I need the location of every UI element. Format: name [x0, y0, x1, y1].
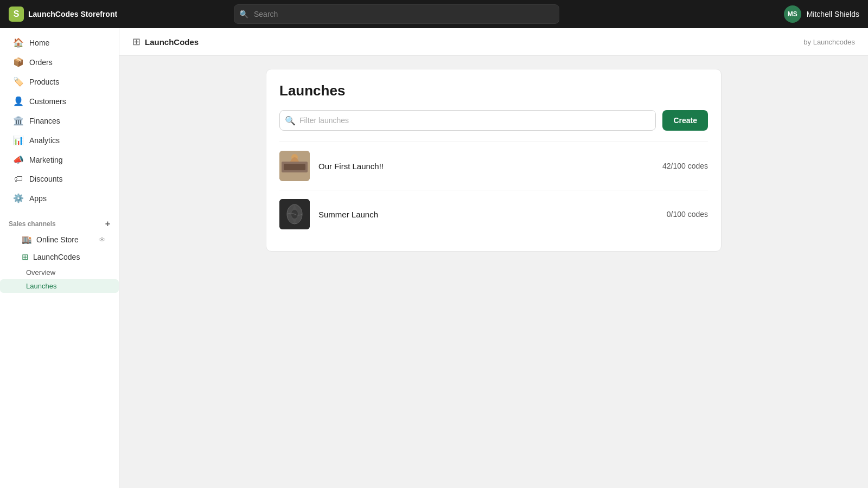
- user-name: Mitchell Shields: [807, 10, 859, 18]
- sidebar-label-discounts: Discounts: [29, 175, 62, 183]
- page-header-left: ⊞ LaunchCodes: [132, 36, 199, 48]
- sidebar-item-home[interactable]: 🏠 Home: [4, 33, 114, 52]
- launch-thumb-first: [279, 151, 310, 181]
- store-name: LaunchCodes Storefront: [28, 10, 117, 18]
- sidebar-label-home: Home: [29, 38, 49, 47]
- sidebar-label-apps: Apps: [29, 194, 47, 203]
- launch-img-svg-first: [279, 151, 310, 181]
- sidebar-item-discounts[interactable]: 🏷 Discounts: [4, 170, 114, 188]
- page-header-icon: ⊞: [132, 36, 141, 48]
- launches-card: Launches 🔍 Create: [266, 69, 722, 252]
- page-header: ⊞ LaunchCodes by Launchcodes: [119, 28, 868, 56]
- online-store-icon: 🏬: [22, 235, 32, 245]
- search-icon: 🔍: [239, 10, 248, 18]
- sidebar-item-products[interactable]: 🏷️ Products: [4, 72, 114, 91]
- sidebar-item-analytics[interactable]: 📊 Analytics: [4, 131, 114, 150]
- orders-icon: 📦: [13, 57, 24, 67]
- finances-icon: 🏛️: [13, 115, 24, 126]
- sidebar-item-finances[interactable]: 🏛️ Finances: [4, 111, 114, 130]
- discounts-icon: 🏷: [13, 174, 24, 184]
- sidebar-label-launchcodes: LaunchCodes: [33, 253, 80, 261]
- launch-codes-first: 42/100 codes: [662, 162, 708, 170]
- brand-logo[interactable]: S LaunchCodes Storefront: [9, 7, 117, 22]
- sidebar-label-analytics: Analytics: [29, 136, 60, 145]
- sidebar-item-online-store[interactable]: 🏬 Online Store 👁: [4, 232, 114, 248]
- filter-row: 🔍 Create: [279, 110, 708, 131]
- launch-name-first: Our First Launch!!: [318, 162, 662, 171]
- home-icon: 🏠: [13, 37, 24, 48]
- topbar: S LaunchCodes Storefront 🔍 MS Mitchell S…: [0, 0, 868, 28]
- layout: 🏠 Home 📦 Orders 🏷️ Products 👤 Customers …: [0, 28, 868, 488]
- filter-launches-input[interactable]: [279, 110, 656, 131]
- launchcodes-grid-icon: ⊞: [22, 252, 29, 262]
- global-search[interactable]: 🔍: [234, 4, 559, 24]
- add-sales-channel-button[interactable]: +: [105, 219, 110, 229]
- sidebar-label-online-store: Online Store: [36, 235, 94, 244]
- shopify-icon: S: [9, 7, 24, 22]
- marketing-icon: 📣: [13, 155, 24, 165]
- sidebar-child-overview[interactable]: Overview: [0, 266, 119, 279]
- eye-icon[interactable]: 👁: [99, 236, 106, 244]
- sidebar-item-customers[interactable]: 👤 Customers: [4, 92, 114, 111]
- sidebar-label-finances: Finances: [29, 117, 60, 125]
- sidebar-item-launchcodes[interactable]: ⊞ LaunchCodes: [4, 249, 114, 265]
- launch-item[interactable]: Summer Launch 0/100 codes: [279, 190, 708, 238]
- customers-icon: 👤: [13, 96, 24, 106]
- sidebar-label-marketing: Marketing: [29, 156, 62, 164]
- apps-icon: ⚙️: [13, 193, 24, 203]
- launches-label: Launches: [26, 282, 56, 290]
- analytics-icon: 📊: [13, 135, 24, 145]
- sidebar-nav: 🏠 Home 📦 Orders 🏷️ Products 👤 Customers …: [0, 28, 119, 213]
- sales-channels-section: Sales channels +: [0, 213, 119, 231]
- sidebar-label-customers: Customers: [29, 97, 66, 106]
- sidebar-item-orders[interactable]: 📦 Orders: [4, 53, 114, 72]
- sidebar-item-marketing[interactable]: 📣 Marketing: [4, 150, 114, 169]
- sidebar-item-apps[interactable]: ⚙️ Apps: [4, 189, 114, 208]
- sidebar: 🏠 Home 📦 Orders 🏷️ Products 👤 Customers …: [0, 28, 119, 488]
- svg-rect-2: [284, 164, 305, 170]
- content-area: Launches 🔍 Create: [119, 56, 868, 265]
- sales-channels-label: Sales channels: [9, 220, 56, 228]
- launch-name-summer: Summer Launch: [318, 210, 667, 219]
- launch-thumb-summer: [279, 199, 310, 229]
- sidebar-child-launches[interactable]: Launches: [0, 279, 119, 293]
- launch-thumb-img-first: [279, 151, 310, 181]
- launch-codes-summer: 0/100 codes: [667, 210, 708, 219]
- filter-search-icon: 🔍: [285, 115, 296, 126]
- page-header-by: by Launchcodes: [803, 38, 855, 46]
- launch-thumb-img-summer: [279, 199, 310, 229]
- search-input[interactable]: [234, 4, 559, 24]
- products-icon: 🏷️: [13, 76, 24, 87]
- launches-title: Launches: [279, 82, 708, 99]
- sidebar-label-products: Products: [29, 78, 59, 86]
- avatar[interactable]: MS: [784, 5, 801, 23]
- topbar-right: MS Mitchell Shields: [784, 5, 859, 23]
- launch-img-svg-summer: [279, 199, 310, 229]
- page-header-title: LaunchCodes: [145, 37, 199, 47]
- filter-input-wrap: 🔍: [279, 110, 656, 131]
- main-content: ⊞ LaunchCodes by Launchcodes Launches 🔍 …: [119, 28, 868, 488]
- overview-label: Overview: [26, 268, 55, 277]
- sidebar-label-orders: Orders: [29, 58, 53, 67]
- create-launch-button[interactable]: Create: [662, 110, 708, 131]
- launch-item[interactable]: Our First Launch!! 42/100 codes: [279, 142, 708, 190]
